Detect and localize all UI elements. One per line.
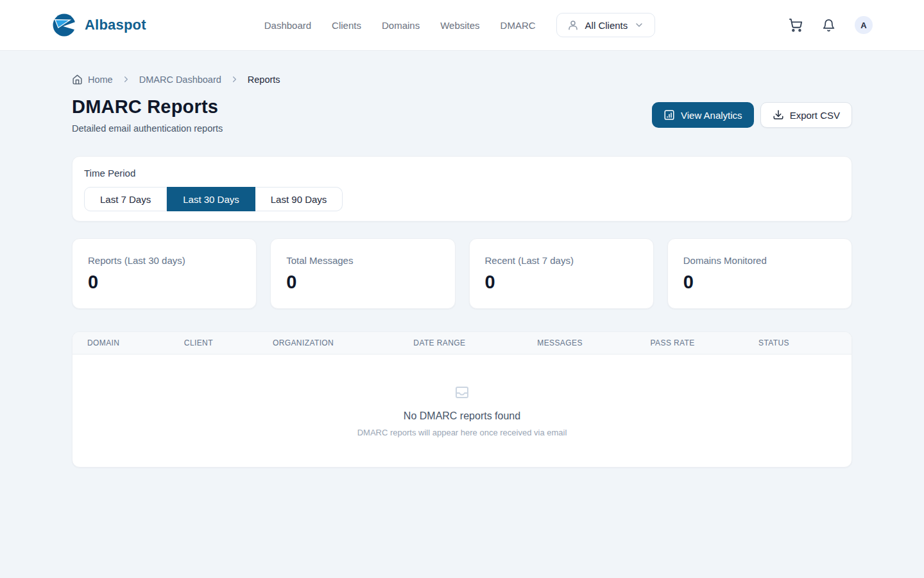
table-empty-state: No DMARC reports found DMARC reports wil… xyxy=(73,355,851,467)
inbox-icon xyxy=(454,385,470,400)
nav-item-dashboard[interactable]: Dashboard xyxy=(264,20,311,31)
page-subtitle: Detailed email authentication reports xyxy=(72,123,223,134)
time-period-segmented-control: Last 7 Days Last 30 Days Last 90 Days xyxy=(84,187,343,211)
chevron-right-icon xyxy=(121,74,131,84)
bell-icon xyxy=(822,19,835,32)
user-avatar[interactable]: A xyxy=(855,16,873,34)
export-csv-button[interactable]: Export CSV xyxy=(760,102,852,128)
brand-name: Albaspot xyxy=(85,17,146,33)
page-header: DMARC Reports Detailed email authenticat… xyxy=(72,96,852,134)
brand-logo[interactable]: Albaspot xyxy=(51,12,146,38)
time-period-label: Time Period xyxy=(84,168,840,179)
column-header-status: STATUS xyxy=(758,338,851,347)
column-header-domain: DOMAIN xyxy=(87,338,184,347)
column-header-date-range: DATE RANGE xyxy=(413,338,537,347)
table-header-row: DOMAIN CLIENT ORGANIZATION DATE RANGE ME… xyxy=(73,332,851,355)
page-title-block: DMARC Reports Detailed email authenticat… xyxy=(72,96,223,134)
column-header-client: CLIENT xyxy=(184,338,273,347)
nav-item-domains[interactable]: Domains xyxy=(382,20,420,31)
cart-button[interactable] xyxy=(789,18,803,32)
time-period-card: Time Period Last 7 Days Last 30 Days Las… xyxy=(72,156,852,222)
chevron-down-icon xyxy=(634,20,644,30)
stat-value: 0 xyxy=(88,272,241,293)
client-selector-dropdown[interactable]: All Clients xyxy=(556,13,656,37)
notifications-button[interactable] xyxy=(822,19,835,32)
user-icon xyxy=(567,19,579,31)
view-analytics-button[interactable]: View Analytics xyxy=(652,102,754,128)
reports-table: DOMAIN CLIENT ORGANIZATION DATE RANGE ME… xyxy=(72,331,852,468)
column-header-messages: MESSAGES xyxy=(537,338,650,347)
stat-value: 0 xyxy=(683,272,836,293)
empty-state-subtitle: DMARC reports will appear here once rece… xyxy=(357,428,567,437)
breadcrumb-home[interactable]: Home xyxy=(72,74,113,85)
column-header-organization: ORGANIZATION xyxy=(273,338,413,347)
breadcrumb-dmarc-dashboard[interactable]: DMARC Dashboard xyxy=(139,74,221,85)
time-period-last-90-days[interactable]: Last 90 Days xyxy=(255,187,343,211)
stat-card-recent: Recent (Last 7 days) 0 xyxy=(469,238,654,309)
stat-label: Recent (Last 7 days) xyxy=(485,255,638,266)
nav-item-websites[interactable]: Websites xyxy=(440,20,479,31)
topbar-actions: A xyxy=(789,16,873,34)
breadcrumb: Home DMARC Dashboard Reports xyxy=(72,74,852,85)
chevron-right-icon xyxy=(230,74,239,84)
cart-icon xyxy=(789,18,803,32)
stat-value: 0 xyxy=(286,272,439,293)
stat-card-total-messages: Total Messages 0 xyxy=(270,238,455,309)
stat-value: 0 xyxy=(485,272,638,293)
albaspot-logo-icon xyxy=(51,12,77,38)
bar-chart-icon xyxy=(663,109,675,121)
stat-label: Total Messages xyxy=(286,255,439,266)
breadcrumb-current-reports: Reports xyxy=(248,74,280,85)
time-period-last-30-days[interactable]: Last 30 Days xyxy=(167,187,255,211)
home-icon xyxy=(72,74,83,85)
main-content: Home DMARC Dashboard Reports DMARC Repor… xyxy=(72,74,852,468)
stat-label: Reports (Last 30 days) xyxy=(88,255,241,266)
client-selector-value: All Clients xyxy=(585,20,628,31)
stat-card-reports: Reports (Last 30 days) 0 xyxy=(72,238,257,309)
stats-row: Reports (Last 30 days) 0 Total Messages … xyxy=(72,238,852,309)
stat-label: Domains Monitored xyxy=(683,255,836,266)
empty-state-title: No DMARC reports found xyxy=(404,410,520,422)
stat-card-domains-monitored: Domains Monitored 0 xyxy=(667,238,852,309)
breadcrumb-home-label: Home xyxy=(88,74,113,85)
page-title: DMARC Reports xyxy=(72,96,223,118)
nav-item-clients[interactable]: Clients xyxy=(332,20,361,31)
time-period-last-7-days[interactable]: Last 7 Days xyxy=(84,187,167,211)
nav-item-dmarc[interactable]: DMARC xyxy=(501,20,536,31)
download-icon xyxy=(773,109,784,121)
column-header-pass-rate: PASS RATE xyxy=(651,338,758,347)
export-csv-label: Export CSV xyxy=(790,110,840,121)
view-analytics-label: View Analytics xyxy=(681,110,742,121)
main-nav: Dashboard Clients Domains Websites DMARC xyxy=(264,20,536,31)
top-navigation-bar: Albaspot Dashboard Clients Domains Websi… xyxy=(0,0,924,51)
page-actions: View Analytics Export CSV xyxy=(652,102,852,128)
